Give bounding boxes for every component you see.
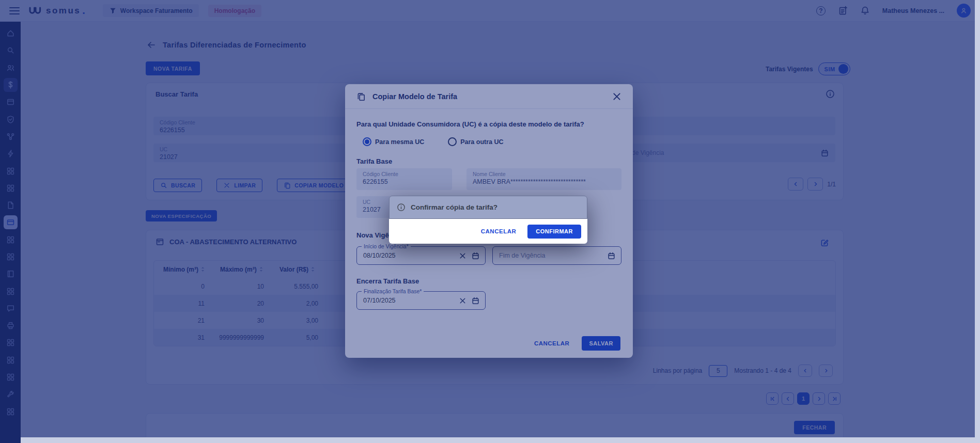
dialog-message: Confirmar cópia de tarifa?: [411, 203, 497, 211]
horizontal-scrollbar[interactable]: [21, 437, 980, 443]
confirm-dialog: Confirmar cópia de tarifa? CANCELAR CONF…: [389, 196, 587, 244]
app-screen: somus. Workspace Faturamento Homologação…: [0, 0, 980, 443]
info-icon: [397, 203, 406, 212]
vertical-scrollbar[interactable]: [975, 0, 980, 437]
dialog-cancel-button[interactable]: CANCELAR: [481, 228, 517, 234]
dialog-confirm-button[interactable]: CONFIRMAR: [527, 225, 581, 239]
